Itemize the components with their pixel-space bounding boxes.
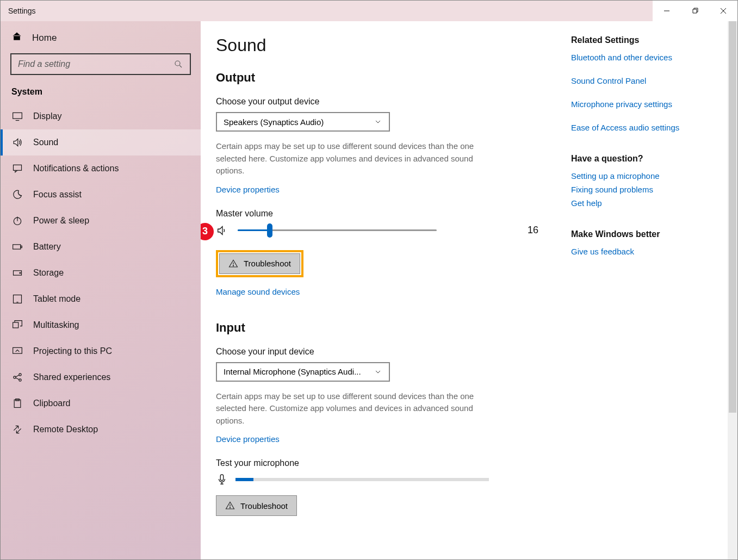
sidebar-item-sound[interactable]: Sound	[1, 129, 201, 155]
search-icon	[173, 59, 183, 69]
sidebar-item-label: Shared experiences	[33, 372, 110, 382]
sidebar-item-remote-desktop[interactable]: Remote Desktop	[1, 416, 201, 443]
svg-rect-10	[13, 347, 22, 353]
minimize-button[interactable]	[653, 1, 681, 21]
home-icon	[11, 31, 22, 45]
remote-icon	[11, 424, 23, 435]
question-heading: Have a question?	[571, 154, 729, 164]
sidebar-item-clipboard[interactable]: Clipboard	[1, 390, 201, 416]
svg-point-16	[233, 265, 233, 266]
master-volume-label: Master volume	[216, 209, 571, 219]
sidebar-item-label: Clipboard	[33, 399, 70, 408]
related-link-mic-privacy[interactable]: Microphone privacy settings	[571, 99, 729, 109]
message-icon	[11, 163, 23, 174]
sidebar-item-tablet-mode[interactable]: Tablet mode	[1, 286, 201, 312]
search-field[interactable]	[18, 59, 173, 69]
tablet-icon	[11, 294, 23, 304]
speaker-icon	[11, 137, 23, 148]
troubleshoot-highlight: Troubleshoot	[216, 250, 303, 277]
question-link-get-help[interactable]: Get help	[571, 198, 729, 208]
sidebar-item-display[interactable]: Display	[1, 103, 201, 129]
microphone-level-meter	[235, 478, 489, 481]
scrollbar[interactable]	[728, 21, 737, 559]
clipboard-icon	[11, 398, 23, 409]
sidebar-item-label: Projecting to this PC	[33, 346, 112, 356]
output-device-value: Speakers (Synaptics Audio)	[224, 117, 324, 127]
output-device-select[interactable]: Speakers (Synaptics Audio)	[216, 112, 390, 132]
sidebar-item-multitasking[interactable]: Multitasking	[1, 312, 201, 338]
related-link-ease-of-access[interactable]: Ease of Access audio settings	[571, 123, 729, 132]
chevron-down-icon	[374, 117, 382, 126]
master-volume-slider[interactable]	[238, 224, 437, 237]
svg-rect-2	[14, 165, 22, 170]
battery-icon	[11, 241, 23, 252]
input-device-label: Choose your input device	[216, 347, 571, 357]
multitasking-icon	[11, 320, 23, 331]
svg-point-18	[230, 507, 230, 508]
related-link-bluetooth[interactable]: Bluetooth and other devices	[571, 53, 729, 62]
sidebar-item-label: Remote Desktop	[33, 425, 98, 434]
svg-point-7	[20, 272, 21, 273]
manage-sound-devices-link[interactable]: Manage sound devices	[216, 287, 300, 296]
page-title: Sound	[216, 35, 571, 55]
home-label: Home	[32, 33, 57, 43]
output-troubleshoot-button[interactable]: Troubleshoot	[219, 253, 300, 274]
warning-icon	[225, 501, 235, 511]
sidebar-item-storage[interactable]: Storage	[1, 260, 201, 286]
input-help-text: Certain apps may be set up to use differ…	[216, 390, 489, 427]
sidebar-item-shared-experiences[interactable]: Shared experiences	[1, 364, 201, 390]
question-link-setup-mic[interactable]: Setting up a microphone	[571, 171, 729, 181]
home-button[interactable]: Home	[1, 21, 201, 53]
warning-icon	[228, 259, 238, 269]
svg-point-11	[14, 376, 16, 378]
feedback-link[interactable]: Give us feedback	[571, 247, 729, 256]
troubleshoot-label: Troubleshoot	[240, 501, 288, 511]
troubleshoot-label: Troubleshoot	[244, 259, 291, 268]
sidebar-item-label: Focus assist	[33, 190, 82, 200]
question-link-fixing-sound[interactable]: Fixing sound problems	[571, 185, 729, 194]
window-title: Settings	[1, 7, 36, 15]
svg-rect-17	[220, 475, 224, 481]
output-device-label: Choose your output device	[216, 97, 571, 107]
svg-rect-9	[13, 322, 18, 328]
output-device-properties-link[interactable]: Device properties	[216, 185, 280, 194]
input-heading: Input	[216, 321, 571, 335]
sidebar-item-label: Battery	[33, 242, 61, 252]
sidebar-item-focus-assist[interactable]: Focus assist	[1, 182, 201, 208]
sidebar-item-label: Multitasking	[33, 320, 79, 330]
microphone-icon	[216, 474, 228, 486]
storage-icon	[11, 267, 23, 278]
titlebar: Settings	[1, 1, 737, 21]
related-link-sound-control-panel[interactable]: Sound Control Panel	[571, 76, 729, 85]
input-device-select[interactable]: Internal Microphone (Synaptics Audi...	[216, 362, 390, 382]
sidebar-item-projecting[interactable]: Projecting to this PC	[1, 338, 201, 364]
search-input[interactable]	[10, 53, 191, 75]
monitor-icon	[11, 111, 23, 122]
share-icon	[11, 372, 23, 383]
output-heading: Output	[216, 71, 571, 85]
svg-rect-5	[21, 246, 22, 247]
maximize-button[interactable]	[681, 1, 709, 21]
sidebar-section-label: System	[1, 87, 201, 103]
better-heading: Make Windows better	[571, 229, 729, 239]
close-button[interactable]	[709, 1, 737, 21]
input-device-properties-link[interactable]: Device properties	[216, 434, 280, 444]
moon-icon	[11, 189, 23, 200]
chevron-down-icon	[374, 368, 382, 376]
test-microphone-label: Test your microphone	[216, 458, 571, 468]
input-troubleshoot-button[interactable]: Troubleshoot	[216, 495, 297, 516]
svg-point-13	[19, 379, 21, 381]
input-device-value: Internal Microphone (Synaptics Audi...	[224, 367, 361, 376]
sidebar-item-label: Sound	[33, 138, 58, 147]
sidebar-item-battery[interactable]: Battery	[1, 234, 201, 260]
output-help-text: Certain apps may be set up to use differ…	[216, 140, 489, 177]
power-icon	[11, 215, 23, 226]
svg-rect-1	[13, 113, 22, 119]
svg-point-0	[175, 61, 180, 66]
sidebar-item-power-sleep[interactable]: Power & sleep	[1, 208, 201, 234]
sidebar-item-notifications[interactable]: Notifications & actions	[1, 155, 201, 182]
scrollbar-thumb[interactable]	[729, 21, 736, 413]
sidebar-item-label: Tablet mode	[33, 294, 80, 304]
window-controls	[653, 1, 737, 21]
volume-icon	[216, 225, 228, 237]
